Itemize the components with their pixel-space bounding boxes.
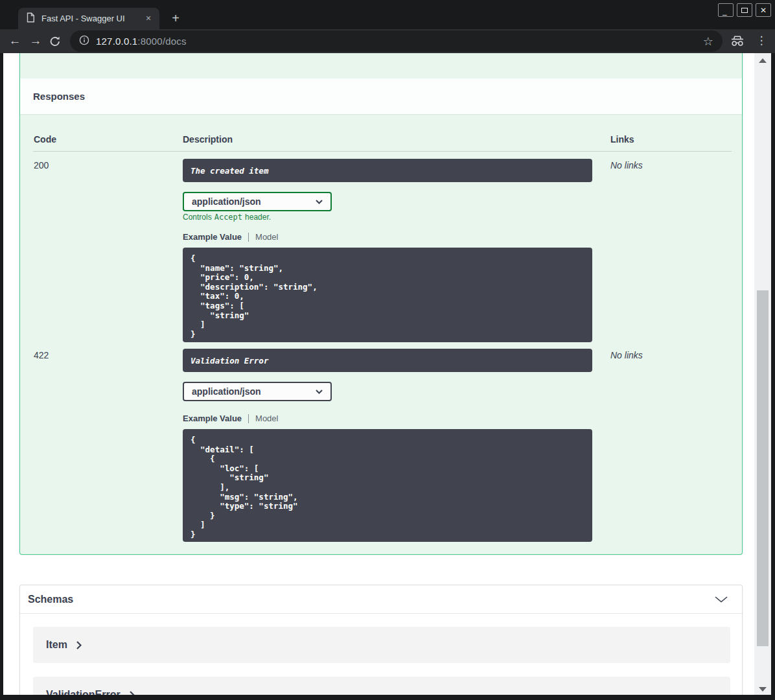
url-host: 127.0.0.1 <box>96 36 137 47</box>
column-header-description: Description <box>183 134 233 145</box>
chevron-down-icon <box>316 390 323 394</box>
accept-header-note: ControlsAcceptheader. <box>183 213 271 222</box>
response-422-description: Validation Error <box>183 349 592 372</box>
minimize-button[interactable]: – <box>718 3 734 17</box>
page-icon <box>26 12 35 25</box>
bookmark-star-icon[interactable]: ☆ <box>703 34 713 49</box>
reload-icon[interactable] <box>49 36 61 47</box>
tab-example-value[interactable]: Example Value <box>183 232 242 242</box>
column-header-links: Links <box>610 134 634 145</box>
browser-menu-icon[interactable]: ⋮ <box>754 32 769 49</box>
url-path: :8000/docs <box>137 36 186 47</box>
links-cell-422: No links <box>610 350 643 360</box>
back-icon[interactable]: ← <box>6 32 24 50</box>
browser-tab[interactable]: Fast API - Swagger UI × <box>18 8 159 29</box>
forward-icon[interactable]: → <box>27 32 45 50</box>
chevron-right-icon <box>76 641 82 649</box>
close-button[interactable]: ✕ <box>756 3 771 17</box>
tab-separator <box>248 233 249 242</box>
page-scrollbar[interactable] <box>754 53 771 695</box>
tab-example-value[interactable]: Example Value <box>183 414 242 423</box>
example-json-200: { "name": "string", "price": 0, "descrip… <box>183 248 592 342</box>
window-frame-bottom <box>0 695 775 700</box>
responses-title: Responses <box>33 91 85 102</box>
address-bar[interactable]: 127.0.0.1:8000/docs ☆ <box>70 30 723 52</box>
example-json-422: { "detail": [ { "loc": [ "string" ], "ms… <box>183 429 592 542</box>
chevron-down-icon <box>316 200 323 204</box>
maximize-icon <box>741 8 748 13</box>
links-cell-200: No links <box>610 160 643 170</box>
tab-title: Fast API - Swagger UI <box>41 14 143 23</box>
model-name: Item <box>46 639 67 651</box>
tab-close-icon[interactable]: × <box>143 13 154 25</box>
site-info-icon[interactable] <box>79 35 89 48</box>
response-code-422: 422 <box>34 350 49 360</box>
schemas-section: Schemas Item ValidationError <box>19 585 743 695</box>
tab-strip: Fast API - Swagger UI × + – ✕ <box>0 0 775 29</box>
scroll-up-icon[interactable] <box>759 58 767 63</box>
maximize-button[interactable] <box>737 3 752 17</box>
media-type-select-422[interactable]: application/json <box>183 382 332 401</box>
schemas-title: Schemas <box>28 594 73 605</box>
response-code-200: 200 <box>34 160 49 170</box>
window-frame-left <box>0 53 3 700</box>
schema-model-validationerror[interactable]: ValidationError <box>33 677 730 695</box>
responses-section-header: Responses <box>20 78 742 114</box>
new-tab-button[interactable]: + <box>167 10 184 27</box>
example-model-tabs-422: Example Value Model <box>183 414 278 423</box>
tab-model[interactable]: Model <box>255 414 278 423</box>
chevron-down-icon[interactable] <box>715 596 728 603</box>
browser-window: Fast API - Swagger UI × + – ✕ ← → <box>0 0 775 700</box>
incognito-icon <box>730 35 745 49</box>
media-type-select-200[interactable]: application/json <box>183 192 332 211</box>
window-frame-right <box>771 53 775 700</box>
example-model-tabs-200: Example Value Model <box>183 232 278 242</box>
endpoint-block: Responses Code Description Links 200 The… <box>19 53 743 555</box>
tab-separator <box>248 414 249 423</box>
response-200-description: The created item <box>183 159 592 182</box>
schema-model-item[interactable]: Item <box>33 627 730 663</box>
media-type-value: application/json <box>192 196 261 207</box>
scrollbar-thumb[interactable] <box>757 290 769 646</box>
tab-model[interactable]: Model <box>255 232 278 242</box>
url-text: 127.0.0.1:8000/docs <box>96 36 187 47</box>
column-header-code: Code <box>34 134 56 145</box>
media-type-value: application/json <box>192 386 261 397</box>
schemas-header[interactable]: Schemas <box>20 585 742 614</box>
window-controls: – ✕ <box>718 3 771 17</box>
page-viewport: Responses Code Description Links 200 The… <box>3 53 754 695</box>
browser-toolbar: ← → 127.0.0.1:8000/docs ☆ <box>0 29 775 53</box>
header-divider <box>33 151 732 152</box>
scroll-down-icon[interactable] <box>759 687 767 692</box>
model-name: ValidationError <box>46 689 121 695</box>
